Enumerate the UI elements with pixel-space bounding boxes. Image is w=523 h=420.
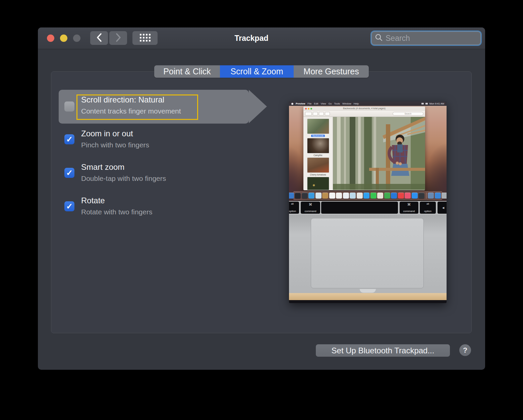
video-status-area: Mon 9:41 AM: [421, 102, 444, 105]
setting-label: Scroll direction: Natural: [81, 95, 164, 104]
dock-app-icon: [329, 193, 335, 199]
preview-toolbar: Search: [303, 111, 425, 117]
thumbnail-image: [307, 177, 329, 190]
video-menu-item: Help: [354, 102, 359, 105]
dock-app-icon: [398, 193, 404, 199]
setup-bluetooth-trackpad-button[interactable]: Set Up Bluetooth Trackpad...: [316, 344, 450, 357]
thumbnail-image: [307, 138, 329, 153]
thumbnail-backwoods: Backwoods: [307, 119, 329, 137]
close-button[interactable]: [47, 34, 54, 42]
dock-app-icon: [377, 193, 383, 199]
preview-body: Backwoods Campfire Cherry tomatoes: [303, 117, 425, 190]
thumbnail-label: Cherry tomatoes: [307, 173, 329, 176]
preview-window-titlebar: Backwoods (4 documents, 4 total pages): [303, 107, 425, 111]
video-menu-items: PreviewFileEditViewGoToolsWindowHelp: [296, 102, 359, 105]
dock-app-icon: [357, 193, 363, 199]
dock-app-icon: [322, 193, 328, 199]
trackpad-preferences-window: Trackpad Search Point & Click Scroll & Z…: [38, 27, 485, 370]
thumbnail-lanterns: [307, 177, 329, 190]
option-key: alt option: [289, 202, 299, 214]
setting-row-scroll-direction[interactable]: Scroll direction: Natural Content tracks…: [59, 90, 249, 124]
setting-description: Content tracks finger movement: [81, 107, 181, 115]
dock-app-icon: [289, 193, 294, 199]
setting-description: Rotate with two fingers: [81, 208, 152, 216]
thumbnail-image: [307, 158, 329, 172]
video-menu-item: Preview: [296, 102, 305, 105]
dock-app-icon: [350, 193, 356, 199]
dock-app-icon: [363, 193, 369, 199]
video-menu-item: File: [307, 102, 311, 105]
back-button[interactable]: [90, 31, 108, 45]
dock-app-icon: [412, 193, 418, 199]
rotate-checkbox[interactable]: ✓: [64, 201, 74, 211]
scroll-direction-checkbox[interactable]: [64, 101, 74, 112]
search-icon: [375, 33, 383, 43]
thumbnail-label: Campfire: [307, 154, 329, 157]
preview-search-field: Search: [393, 112, 423, 116]
forward-button: [109, 31, 127, 45]
dock-app-icon: [308, 193, 314, 199]
video-menu-item: Edit: [314, 102, 318, 105]
zoom-in-icon: [319, 112, 324, 116]
left-arrow-icon: ◀: [438, 202, 447, 214]
dock-app-icon: [442, 193, 447, 199]
command-key: ⌘ command: [301, 202, 320, 214]
video-menu-bar: PreviewFileEditViewGoToolsWindowHelp Mon…: [289, 101, 447, 106]
window-title: Trackpad: [138, 27, 364, 49]
dock-app-icon: [435, 193, 441, 199]
screenshot-root: { "icons": { "checkmark": "✓", "back_che…: [0, 0, 523, 420]
dock-app-icon: [295, 193, 301, 199]
dock-app-icon: [428, 193, 434, 199]
battery-icon: [425, 103, 428, 104]
video-desk-surface: [289, 293, 447, 300]
video-dock: [293, 191, 443, 200]
setting-label: Rotate: [81, 196, 105, 205]
preview-window-title: Backwoods (4 documents, 4 total pages): [343, 107, 385, 110]
minimize-button[interactable]: [60, 34, 67, 42]
minimize-icon: [308, 108, 309, 110]
preview-photo: [333, 117, 425, 190]
thumbnail-image: [307, 119, 329, 134]
tab-scroll-and-zoom[interactable]: Scroll & Zoom: [220, 65, 294, 78]
setting-description: Double-tap with two fingers: [81, 174, 166, 183]
dock-app-icon: [336, 193, 342, 199]
command-key: ⌘ command: [400, 202, 418, 214]
apple-logo-icon: [291, 103, 293, 105]
dock-app-icon: [418, 193, 424, 199]
dock-app-icon: [370, 193, 376, 199]
zoom-icon: [310, 108, 312, 110]
dock-app-icon: [343, 193, 349, 199]
video-bottom-edge: [289, 300, 447, 303]
tab-more-gestures[interactable]: More Gestures: [294, 65, 369, 78]
zoom-in-or-out-checkbox[interactable]: ✓: [64, 134, 74, 144]
search-input[interactable]: Search: [371, 31, 481, 45]
thumbnail-label: Backwoods: [311, 135, 325, 137]
zoom-button-disabled: [73, 34, 80, 42]
left-chevron-icon: [97, 33, 102, 43]
wifi-icon: [421, 103, 424, 104]
video-laptop-body: [289, 215, 447, 293]
dock-app-icon: [302, 193, 308, 199]
dock-app-icon: [384, 193, 390, 199]
sidebar-toggle-icon: [305, 112, 312, 116]
zoom-out-icon: [313, 112, 318, 116]
video-keyboard-row: alt option ⌘ command ⌘ command alt optio…: [289, 201, 447, 215]
share-icon: [325, 112, 330, 116]
video-preview-app-window: Backwoods (4 documents, 4 total pages) S…: [303, 107, 425, 190]
thumbnail-cherry-tomatoes: Cherry tomatoes: [307, 158, 329, 176]
preview-traffic-lights: [305, 108, 312, 110]
setting-label: Smart zoom: [81, 162, 124, 172]
smart-zoom-checkbox[interactable]: ✓: [64, 168, 74, 178]
video-menu-item: View: [321, 102, 326, 105]
dock-separator: [426, 193, 426, 199]
search-placeholder: Search: [386, 34, 410, 43]
dock-app-icon: [391, 193, 397, 199]
gesture-demo-video: PreviewFileEditViewGoToolsWindowHelp Mon…: [289, 101, 447, 303]
video-menu-item: Go: [329, 102, 332, 105]
help-button[interactable]: ?: [459, 344, 471, 356]
dock-app-icon: [315, 193, 322, 199]
tab-point-and-click[interactable]: Point & Click: [154, 65, 220, 78]
video-menu-item: Window: [342, 102, 351, 105]
thumbnail-campfire: Campfire: [307, 138, 329, 157]
trackpad-notch: [360, 289, 376, 293]
